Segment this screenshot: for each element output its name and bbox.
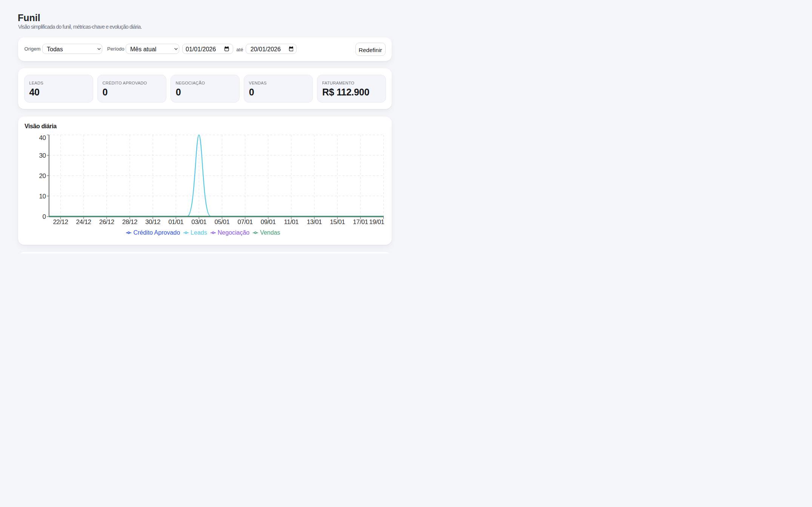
svg-text:09/01: 09/01: [261, 218, 276, 226]
svg-text:30: 30: [39, 152, 46, 159]
svg-text:05/01: 05/01: [214, 218, 229, 226]
svg-text:19/01: 19/01: [369, 218, 384, 226]
svg-text:22/12: 22/12: [53, 218, 68, 226]
svg-text:40: 40: [39, 134, 46, 141]
svg-text:0: 0: [43, 213, 46, 220]
svg-text:26/12: 26/12: [99, 218, 114, 226]
svg-text:17/01: 17/01: [353, 218, 368, 226]
svg-text:20: 20: [39, 172, 46, 179]
svg-text:28/12: 28/12: [122, 218, 137, 226]
svg-text:15/01: 15/01: [330, 218, 345, 226]
svg-text:01/01: 01/01: [168, 218, 183, 226]
svg-text:10: 10: [39, 192, 46, 200]
svg-text:30/12: 30/12: [145, 218, 160, 226]
svg-text:13/01: 13/01: [307, 218, 322, 226]
svg-text:03/01: 03/01: [191, 218, 206, 226]
svg-text:07/01: 07/01: [238, 218, 253, 226]
svg-text:Visão diária: Visão diária: [25, 123, 57, 129]
svg-text:11/01: 11/01: [284, 218, 299, 226]
svg-text:24/12: 24/12: [76, 218, 91, 226]
